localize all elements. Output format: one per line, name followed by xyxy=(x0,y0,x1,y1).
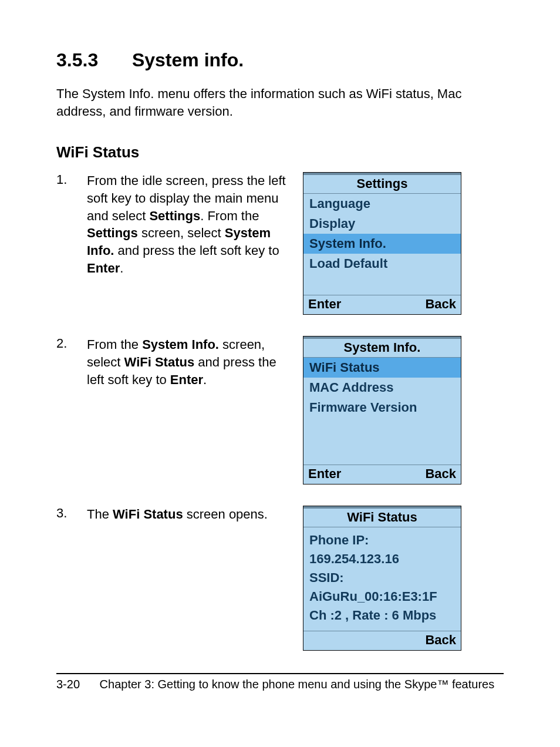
subsection-heading: WiFi Status xyxy=(56,143,504,161)
step-text: screen, select xyxy=(138,226,225,240)
screen-title: System Info. xyxy=(303,337,461,358)
ssid-value: AiGuRu_00:16:E3:1F xyxy=(309,587,455,606)
menu-item-firmware-version[interactable]: Firmware Version xyxy=(303,398,461,418)
bold-term: Enter xyxy=(170,372,203,387)
softkey-left-enter[interactable]: Enter xyxy=(308,297,341,312)
step-number: 2. xyxy=(56,336,87,351)
bold-term: WiFi Status xyxy=(113,507,183,521)
step-body: The WiFi Status screen opens. xyxy=(87,506,268,523)
section-title-text: System info. xyxy=(132,49,244,70)
bold-term: WiFi Status xyxy=(124,355,195,369)
step-text: . From the xyxy=(200,208,259,223)
channel-rate-value: Ch :2 , Rate : 6 Mbps xyxy=(309,606,455,625)
wifi-status-screen: WiFi Status Phone IP: 169.254.123.16 SSI… xyxy=(303,506,461,651)
step-text: screen opens. xyxy=(183,507,268,521)
menu-item-system-info[interactable]: System Info. xyxy=(303,234,461,254)
screen-spacer xyxy=(303,418,461,465)
step-number: 1. xyxy=(56,172,87,187)
footer-text: Chapter 3: Getting to know the phone men… xyxy=(100,678,495,691)
menu-item-mac-address[interactable]: MAC Address xyxy=(303,378,461,398)
screen-title: Settings xyxy=(303,173,461,194)
menu-item-load-default[interactable]: Load Default xyxy=(303,254,461,274)
step-row: 1. From the idle screen, press the left … xyxy=(56,172,504,315)
step-row: 3. The WiFi Status screen opens. WiFi St… xyxy=(56,506,504,651)
softkey-left-enter[interactable]: Enter xyxy=(308,466,341,482)
step-body: From the idle screen, press the left sof… xyxy=(87,172,291,277)
section-number: 3.5.3 xyxy=(56,49,127,71)
step-text: The xyxy=(87,507,113,521)
bold-term: Settings xyxy=(149,208,200,223)
page-footer: 3-20 Chapter 3: Getting to know the phon… xyxy=(56,678,504,691)
menu-item-language[interactable]: Language xyxy=(303,194,461,214)
step-text: From the xyxy=(87,337,142,352)
bold-term: System Info. xyxy=(142,337,219,352)
settings-menu: Language Display System Info. Load Defau… xyxy=(303,194,461,274)
page-number: 3-20 xyxy=(56,678,96,691)
bold-term: Settings xyxy=(87,226,138,240)
screen-title: WiFi Status xyxy=(303,506,461,527)
step-text: . xyxy=(203,372,207,387)
settings-screen: Settings Language Display System Info. L… xyxy=(303,172,461,315)
menu-item-display[interactable]: Display xyxy=(303,214,461,234)
softkey-bar: Enter Back xyxy=(303,295,461,314)
softkey-bar: Back xyxy=(303,631,461,650)
softkey-right-back[interactable]: Back xyxy=(425,632,456,648)
system-info-menu: WiFi Status MAC Address Firmware Version xyxy=(303,358,461,418)
step-text: and press the left soft key to xyxy=(114,243,279,258)
softkey-bar: Enter Back xyxy=(303,465,461,484)
system-info-screen: System Info. WiFi Status MAC Address Fir… xyxy=(303,336,461,484)
ssid-label: SSID: xyxy=(309,568,455,587)
manual-page: 3.5.3 System info. The System Info. menu… xyxy=(0,0,560,747)
step-row: 2. From the System Info. screen, select … xyxy=(56,336,504,484)
softkey-right-back[interactable]: Back xyxy=(425,466,456,482)
step-text: . xyxy=(120,261,123,275)
softkey-right-back[interactable]: Back xyxy=(425,297,456,312)
footer-rule xyxy=(56,673,504,674)
wifi-status-content: Phone IP: 169.254.123.16 SSID: AiGuRu_00… xyxy=(303,527,461,631)
phone-ip-value: 169.254.123.16 xyxy=(309,550,455,568)
phone-ip-label: Phone IP: xyxy=(309,531,455,550)
screen-spacer xyxy=(303,274,461,295)
section-heading: 3.5.3 System info. xyxy=(56,49,504,71)
step-number: 3. xyxy=(56,506,87,521)
step-body: From the System Info. screen, select WiF… xyxy=(87,336,291,388)
menu-item-wifi-status[interactable]: WiFi Status xyxy=(303,358,461,378)
bold-term: Enter xyxy=(87,261,120,275)
intro-paragraph: The System Info. menu offers the informa… xyxy=(56,85,504,120)
